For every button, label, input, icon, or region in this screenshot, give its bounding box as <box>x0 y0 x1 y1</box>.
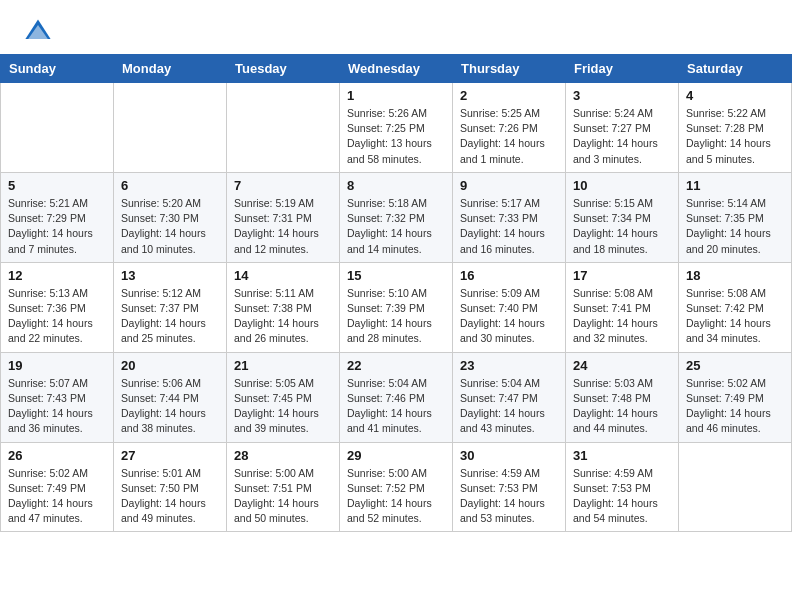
calendar-cell: 7Sunrise: 5:19 AMSunset: 7:31 PMDaylight… <box>227 172 340 262</box>
day-info: Sunrise: 5:15 AMSunset: 7:34 PMDaylight:… <box>573 196 671 257</box>
day-number: 30 <box>460 448 558 463</box>
day-info: Sunrise: 5:17 AMSunset: 7:33 PMDaylight:… <box>460 196 558 257</box>
day-number: 17 <box>573 268 671 283</box>
day-number: 31 <box>573 448 671 463</box>
day-number: 28 <box>234 448 332 463</box>
day-info: Sunrise: 5:00 AMSunset: 7:51 PMDaylight:… <box>234 466 332 527</box>
weekday-header: Sunday <box>1 55 114 83</box>
day-number: 4 <box>686 88 784 103</box>
calendar-cell: 23Sunrise: 5:04 AMSunset: 7:47 PMDayligh… <box>453 352 566 442</box>
calendar-cell: 13Sunrise: 5:12 AMSunset: 7:37 PMDayligh… <box>114 262 227 352</box>
day-info: Sunrise: 5:08 AMSunset: 7:41 PMDaylight:… <box>573 286 671 347</box>
weekday-header: Friday <box>566 55 679 83</box>
calendar-cell: 26Sunrise: 5:02 AMSunset: 7:49 PMDayligh… <box>1 442 114 532</box>
day-number: 27 <box>121 448 219 463</box>
calendar-cell: 9Sunrise: 5:17 AMSunset: 7:33 PMDaylight… <box>453 172 566 262</box>
day-number: 3 <box>573 88 671 103</box>
calendar-week-row: 1Sunrise: 5:26 AMSunset: 7:25 PMDaylight… <box>1 83 792 173</box>
calendar-cell <box>227 83 340 173</box>
calendar-cell: 25Sunrise: 5:02 AMSunset: 7:49 PMDayligh… <box>679 352 792 442</box>
day-info: Sunrise: 5:08 AMSunset: 7:42 PMDaylight:… <box>686 286 784 347</box>
day-info: Sunrise: 5:10 AMSunset: 7:39 PMDaylight:… <box>347 286 445 347</box>
calendar-cell: 18Sunrise: 5:08 AMSunset: 7:42 PMDayligh… <box>679 262 792 352</box>
day-info: Sunrise: 5:14 AMSunset: 7:35 PMDaylight:… <box>686 196 784 257</box>
calendar-week-row: 12Sunrise: 5:13 AMSunset: 7:36 PMDayligh… <box>1 262 792 352</box>
day-info: Sunrise: 5:03 AMSunset: 7:48 PMDaylight:… <box>573 376 671 437</box>
day-number: 6 <box>121 178 219 193</box>
day-info: Sunrise: 5:00 AMSunset: 7:52 PMDaylight:… <box>347 466 445 527</box>
day-info: Sunrise: 5:22 AMSunset: 7:28 PMDaylight:… <box>686 106 784 167</box>
day-info: Sunrise: 5:01 AMSunset: 7:50 PMDaylight:… <box>121 466 219 527</box>
day-info: Sunrise: 5:06 AMSunset: 7:44 PMDaylight:… <box>121 376 219 437</box>
day-info: Sunrise: 5:20 AMSunset: 7:30 PMDaylight:… <box>121 196 219 257</box>
day-number: 23 <box>460 358 558 373</box>
calendar-cell <box>114 83 227 173</box>
day-number: 14 <box>234 268 332 283</box>
day-number: 5 <box>8 178 106 193</box>
calendar-week-row: 5Sunrise: 5:21 AMSunset: 7:29 PMDaylight… <box>1 172 792 262</box>
calendar-week-row: 19Sunrise: 5:07 AMSunset: 7:43 PMDayligh… <box>1 352 792 442</box>
calendar-cell: 27Sunrise: 5:01 AMSunset: 7:50 PMDayligh… <box>114 442 227 532</box>
day-info: Sunrise: 5:11 AMSunset: 7:38 PMDaylight:… <box>234 286 332 347</box>
calendar-cell: 21Sunrise: 5:05 AMSunset: 7:45 PMDayligh… <box>227 352 340 442</box>
weekday-header: Wednesday <box>340 55 453 83</box>
calendar-cell: 24Sunrise: 5:03 AMSunset: 7:48 PMDayligh… <box>566 352 679 442</box>
calendar-cell: 1Sunrise: 5:26 AMSunset: 7:25 PMDaylight… <box>340 83 453 173</box>
calendar-cell <box>679 442 792 532</box>
day-number: 29 <box>347 448 445 463</box>
logo <box>24 18 56 46</box>
calendar-cell: 11Sunrise: 5:14 AMSunset: 7:35 PMDayligh… <box>679 172 792 262</box>
day-info: Sunrise: 5:04 AMSunset: 7:47 PMDaylight:… <box>460 376 558 437</box>
day-info: Sunrise: 5:05 AMSunset: 7:45 PMDaylight:… <box>234 376 332 437</box>
calendar-cell: 4Sunrise: 5:22 AMSunset: 7:28 PMDaylight… <box>679 83 792 173</box>
calendar-cell <box>1 83 114 173</box>
day-info: Sunrise: 5:02 AMSunset: 7:49 PMDaylight:… <box>8 466 106 527</box>
calendar-cell: 5Sunrise: 5:21 AMSunset: 7:29 PMDaylight… <box>1 172 114 262</box>
calendar-cell: 22Sunrise: 5:04 AMSunset: 7:46 PMDayligh… <box>340 352 453 442</box>
calendar-cell: 30Sunrise: 4:59 AMSunset: 7:53 PMDayligh… <box>453 442 566 532</box>
day-info: Sunrise: 5:04 AMSunset: 7:46 PMDaylight:… <box>347 376 445 437</box>
calendar-cell: 20Sunrise: 5:06 AMSunset: 7:44 PMDayligh… <box>114 352 227 442</box>
calendar-cell: 10Sunrise: 5:15 AMSunset: 7:34 PMDayligh… <box>566 172 679 262</box>
day-info: Sunrise: 5:02 AMSunset: 7:49 PMDaylight:… <box>686 376 784 437</box>
weekday-header: Monday <box>114 55 227 83</box>
day-number: 8 <box>347 178 445 193</box>
calendar-cell: 14Sunrise: 5:11 AMSunset: 7:38 PMDayligh… <box>227 262 340 352</box>
day-info: Sunrise: 4:59 AMSunset: 7:53 PMDaylight:… <box>460 466 558 527</box>
day-number: 9 <box>460 178 558 193</box>
weekday-header: Saturday <box>679 55 792 83</box>
day-number: 1 <box>347 88 445 103</box>
day-number: 22 <box>347 358 445 373</box>
day-info: Sunrise: 4:59 AMSunset: 7:53 PMDaylight:… <box>573 466 671 527</box>
day-info: Sunrise: 5:09 AMSunset: 7:40 PMDaylight:… <box>460 286 558 347</box>
day-info: Sunrise: 5:19 AMSunset: 7:31 PMDaylight:… <box>234 196 332 257</box>
day-info: Sunrise: 5:07 AMSunset: 7:43 PMDaylight:… <box>8 376 106 437</box>
calendar-cell: 19Sunrise: 5:07 AMSunset: 7:43 PMDayligh… <box>1 352 114 442</box>
calendar-cell: 31Sunrise: 4:59 AMSunset: 7:53 PMDayligh… <box>566 442 679 532</box>
day-number: 20 <box>121 358 219 373</box>
day-number: 15 <box>347 268 445 283</box>
day-number: 26 <box>8 448 106 463</box>
calendar-cell: 12Sunrise: 5:13 AMSunset: 7:36 PMDayligh… <box>1 262 114 352</box>
weekday-header: Thursday <box>453 55 566 83</box>
day-number: 16 <box>460 268 558 283</box>
day-info: Sunrise: 5:25 AMSunset: 7:26 PMDaylight:… <box>460 106 558 167</box>
calendar-cell: 16Sunrise: 5:09 AMSunset: 7:40 PMDayligh… <box>453 262 566 352</box>
calendar-cell: 6Sunrise: 5:20 AMSunset: 7:30 PMDaylight… <box>114 172 227 262</box>
day-number: 13 <box>121 268 219 283</box>
calendar-cell: 17Sunrise: 5:08 AMSunset: 7:41 PMDayligh… <box>566 262 679 352</box>
calendar-cell: 15Sunrise: 5:10 AMSunset: 7:39 PMDayligh… <box>340 262 453 352</box>
calendar-cell: 29Sunrise: 5:00 AMSunset: 7:52 PMDayligh… <box>340 442 453 532</box>
calendar-table: SundayMondayTuesdayWednesdayThursdayFrid… <box>0 54 792 532</box>
day-number: 11 <box>686 178 784 193</box>
day-info: Sunrise: 5:13 AMSunset: 7:36 PMDaylight:… <box>8 286 106 347</box>
page-header <box>0 0 792 54</box>
day-info: Sunrise: 5:21 AMSunset: 7:29 PMDaylight:… <box>8 196 106 257</box>
day-number: 12 <box>8 268 106 283</box>
calendar-cell: 2Sunrise: 5:25 AMSunset: 7:26 PMDaylight… <box>453 83 566 173</box>
day-number: 25 <box>686 358 784 373</box>
logo-icon <box>24 18 52 46</box>
calendar-cell: 3Sunrise: 5:24 AMSunset: 7:27 PMDaylight… <box>566 83 679 173</box>
calendar-week-row: 26Sunrise: 5:02 AMSunset: 7:49 PMDayligh… <box>1 442 792 532</box>
day-number: 24 <box>573 358 671 373</box>
